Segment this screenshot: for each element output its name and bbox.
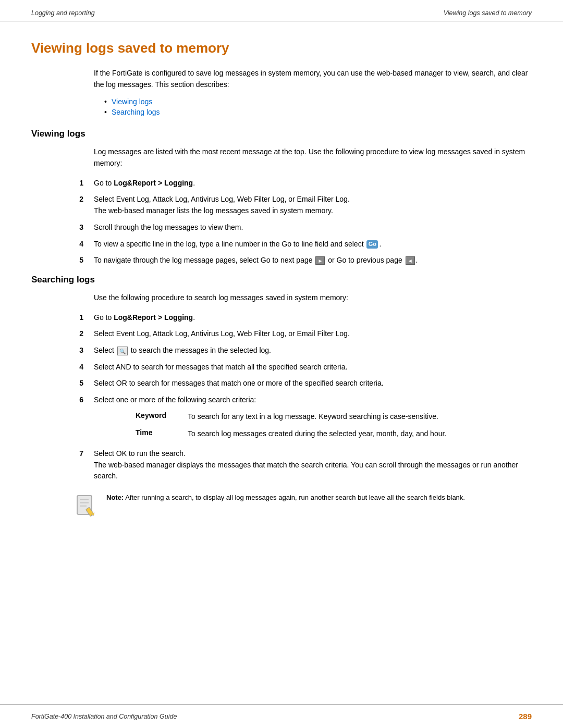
page-title: Viewing logs saved to memory xyxy=(31,40,532,56)
search-step-number-4: 4 xyxy=(63,362,94,373)
search-step-4-content: Select AND to search for messages that m… xyxy=(94,362,532,373)
search-step-3-content: Select 🔍 to search the messages in the s… xyxy=(94,345,532,356)
search-step-4: 4 Select AND to search for messages that… xyxy=(63,362,532,373)
main-content: Viewing logs saved to memory If the Fort… xyxy=(0,21,563,704)
step-2-content: Select Event Log, Attack Log, Antivirus … xyxy=(94,194,532,216)
header-left: Logging and reporting xyxy=(31,9,95,17)
search-step-1-content: Go to Log&Report > Logging. xyxy=(94,312,532,324)
search-step-6-content: Select one or more of the following sear… xyxy=(94,394,532,406)
search-step-6: 6 Select one or more of the following se… xyxy=(63,394,532,406)
search-step-5-content: Select OR to search for messages that ma… xyxy=(94,378,532,389)
searching-logs-section: Searching logs Use the following procedu… xyxy=(31,275,532,519)
searching-logs-link[interactable]: Searching logs xyxy=(112,108,160,116)
viewing-step-5: 5 To navigate through the log message pa… xyxy=(63,255,532,266)
viewing-step-3: 3 Scroll through the log messages to vie… xyxy=(63,222,532,233)
page-footer: FortiGate-400 Installation and Configura… xyxy=(0,704,563,728)
search-step-1: 1 Go to Log&Report > Logging. xyxy=(63,312,532,324)
search-step-2-content: Select Event Log, Attack Log, Antivirus … xyxy=(94,328,532,340)
step-4-content: To view a specific line in the log, type… xyxy=(94,239,532,250)
go-button-icon: Go xyxy=(366,240,378,249)
intro-bullet-viewing-logs: Viewing logs xyxy=(104,97,532,106)
intro-bullet-searching-logs: Searching logs xyxy=(104,108,532,116)
note-bold: Note: xyxy=(106,493,124,501)
intro-bullets-list: Viewing logs Searching logs xyxy=(104,97,532,116)
search-step-number-5: 5 xyxy=(63,378,94,389)
viewing-logs-intro: Log messages are listed with the most re… xyxy=(94,146,532,169)
footer-title: FortiGate-400 Installation and Configura… xyxy=(31,713,177,720)
search-step-number-2: 2 xyxy=(63,328,94,340)
search-step-5: 5 Select OR to search for messages that … xyxy=(63,378,532,389)
step-number-2: 2 xyxy=(63,194,94,205)
viewing-logs-heading: Viewing logs xyxy=(31,129,532,139)
search-step-3: 3 Select 🔍 to search the messages in the… xyxy=(63,345,532,356)
search-icon: 🔍 xyxy=(117,347,128,355)
search-step-1-bold: Log&Report > Logging xyxy=(114,313,193,322)
page-number: 289 xyxy=(519,712,532,721)
criteria-table: Keyword To search for any text in a log … xyxy=(136,411,500,440)
note-box: Note: After running a search, to display… xyxy=(73,492,532,519)
next-page-icon: ► xyxy=(315,256,325,265)
viewing-step-2: 2 Select Event Log, Attack Log, Antiviru… xyxy=(63,194,532,216)
step-1-bold: Log&Report > Logging xyxy=(114,179,193,187)
intro-paragraph: If the FortiGate is configured to save l… xyxy=(94,68,532,90)
search-step-7-content: Select OK to run the search. The web-bas… xyxy=(94,448,532,482)
page-header: Logging and reporting Viewing logs saved… xyxy=(0,0,563,21)
criteria-time-def: To search log messages created during th… xyxy=(188,428,500,440)
step-number-1: 1 xyxy=(63,178,94,189)
viewing-logs-steps: 1 Go to Log&Report > Logging. 2 Select E… xyxy=(63,178,532,266)
viewing-logs-section: Viewing logs Log messages are listed wit… xyxy=(31,129,532,266)
criteria-keyword-term: Keyword xyxy=(136,411,188,419)
prev-page-icon: ◄ xyxy=(406,256,415,265)
criteria-keyword-def: To search for any text in a log message.… xyxy=(188,411,500,423)
viewing-step-1: 1 Go to Log&Report > Logging. xyxy=(63,178,532,189)
search-step-2: 2 Select Event Log, Attack Log, Antiviru… xyxy=(63,328,532,340)
step-1-content: Go to Log&Report > Logging. xyxy=(94,178,532,189)
header-right: Viewing logs saved to memory xyxy=(444,9,532,17)
step-number-3: 3 xyxy=(63,222,94,233)
viewing-step-4: 4 To view a specific line in the log, ty… xyxy=(63,239,532,250)
searching-logs-steps: 1 Go to Log&Report > Logging. 2 Select E… xyxy=(63,312,532,483)
search-step-7: 7 Select OK to run the search. The web-b… xyxy=(63,448,532,482)
viewing-logs-link[interactable]: Viewing logs xyxy=(112,97,152,106)
step-5-content: To navigate through the log message page… xyxy=(94,255,532,266)
search-step-number-6: 6 xyxy=(63,394,94,406)
step-number-4: 4 xyxy=(63,239,94,250)
search-step-number-7: 7 xyxy=(63,448,94,460)
note-text: Note: After running a search, to display… xyxy=(106,492,465,503)
search-step-number-3: 3 xyxy=(63,345,94,356)
step-number-5: 5 xyxy=(63,255,94,266)
note-icon xyxy=(73,492,99,519)
criteria-time-row: Time To search log messages created duri… xyxy=(136,428,500,440)
note-body: After running a search, to display all l… xyxy=(125,493,465,501)
searching-logs-intro: Use the following procedure to search lo… xyxy=(94,292,532,304)
step-3-content: Scroll through the log messages to view … xyxy=(94,222,532,233)
criteria-keyword-row: Keyword To search for any text in a log … xyxy=(136,411,500,423)
criteria-time-term: Time xyxy=(136,428,188,437)
searching-logs-heading: Searching logs xyxy=(31,275,532,285)
search-step-number-1: 1 xyxy=(63,312,94,324)
